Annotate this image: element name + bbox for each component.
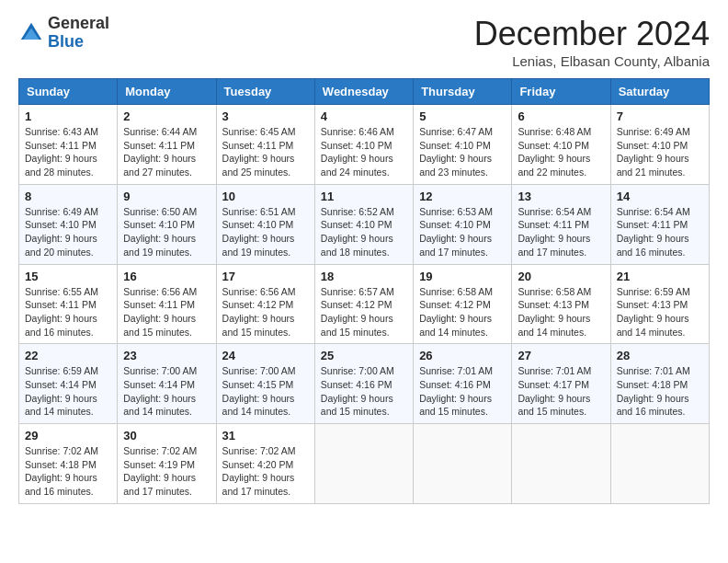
day-info: Sunrise: 6:47 AM Sunset: 4:10 PM Dayligh… — [419, 125, 506, 179]
calendar-cell: 22Sunrise: 6:59 AM Sunset: 4:14 PM Dayli… — [19, 344, 118, 424]
day-header-thursday: Thursday — [414, 79, 512, 105]
calendar-week-row: 8Sunrise: 6:49 AM Sunset: 4:10 PM Daylig… — [19, 184, 710, 264]
calendar-cell: 15Sunrise: 6:55 AM Sunset: 4:11 PM Dayli… — [19, 264, 118, 344]
day-number: 20 — [518, 270, 604, 283]
day-info: Sunrise: 7:02 AM Sunset: 4:20 PM Dayligh… — [222, 444, 309, 499]
day-number: 26 — [419, 349, 506, 362]
day-info: Sunrise: 6:46 AM Sunset: 4:10 PM Dayligh… — [321, 125, 407, 179]
day-header-monday: Monday — [118, 79, 216, 105]
day-number: 23 — [123, 349, 210, 362]
logo-icon — [18, 20, 44, 46]
calendar-table: SundayMondayTuesdayWednesdayThursdayFrid… — [18, 78, 710, 504]
calendar-cell: 9Sunrise: 6:50 AM Sunset: 4:10 PM Daylig… — [118, 184, 216, 264]
day-header-saturday: Saturday — [610, 79, 709, 105]
day-number: 25 — [321, 349, 407, 362]
day-number: 10 — [222, 190, 309, 203]
page-header: General Blue December 2024 Lenias, Elbas… — [18, 15, 710, 69]
calendar-cell: 10Sunrise: 6:51 AM Sunset: 4:10 PM Dayli… — [216, 184, 314, 264]
calendar-cell — [512, 424, 610, 504]
day-info: Sunrise: 6:48 AM Sunset: 4:10 PM Dayligh… — [518, 125, 604, 179]
day-header-tuesday: Tuesday — [216, 79, 314, 105]
day-info: Sunrise: 6:50 AM Sunset: 4:10 PM Dayligh… — [123, 205, 210, 259]
day-number: 21 — [617, 270, 703, 283]
day-info: Sunrise: 7:00 AM Sunset: 4:15 PM Dayligh… — [222, 364, 309, 419]
calendar-cell — [610, 424, 709, 504]
day-number: 2 — [123, 109, 210, 123]
day-number: 14 — [617, 190, 703, 203]
day-number: 22 — [25, 349, 111, 362]
day-info: Sunrise: 7:00 AM Sunset: 4:16 PM Dayligh… — [321, 364, 407, 419]
day-number: 5 — [419, 109, 506, 123]
calendar-cell: 19Sunrise: 6:58 AM Sunset: 4:12 PM Dayli… — [414, 264, 512, 344]
calendar-cell — [314, 424, 413, 504]
day-info: Sunrise: 7:01 AM Sunset: 4:18 PM Dayligh… — [617, 364, 703, 419]
calendar-week-row: 29Sunrise: 7:02 AM Sunset: 4:18 PM Dayli… — [19, 424, 710, 504]
calendar-cell: 20Sunrise: 6:58 AM Sunset: 4:13 PM Dayli… — [512, 264, 610, 344]
calendar-cell: 18Sunrise: 6:57 AM Sunset: 4:12 PM Dayli… — [314, 264, 413, 344]
calendar-cell: 1Sunrise: 6:43 AM Sunset: 4:11 PM Daylig… — [19, 105, 118, 185]
day-number: 17 — [222, 270, 309, 283]
day-number: 19 — [419, 270, 506, 283]
day-info: Sunrise: 6:57 AM Sunset: 4:12 PM Dayligh… — [321, 285, 407, 339]
day-info: Sunrise: 7:01 AM Sunset: 4:17 PM Dayligh… — [518, 364, 604, 419]
day-header-friday: Friday — [512, 79, 610, 105]
day-info: Sunrise: 6:58 AM Sunset: 4:13 PM Dayligh… — [518, 285, 604, 339]
calendar-cell: 29Sunrise: 7:02 AM Sunset: 4:18 PM Dayli… — [19, 424, 118, 504]
logo-text: General Blue — [48, 15, 109, 52]
calendar-cell: 16Sunrise: 6:56 AM Sunset: 4:11 PM Dayli… — [118, 264, 216, 344]
calendar-cell: 27Sunrise: 7:01 AM Sunset: 4:17 PM Dayli… — [512, 344, 610, 424]
day-number: 15 — [25, 270, 111, 283]
day-number: 28 — [617, 349, 703, 362]
day-number: 4 — [321, 109, 407, 123]
day-info: Sunrise: 6:51 AM Sunset: 4:10 PM Dayligh… — [222, 205, 309, 259]
logo: General Blue — [18, 15, 109, 52]
day-number: 30 — [123, 429, 210, 442]
calendar-cell: 11Sunrise: 6:52 AM Sunset: 4:10 PM Dayli… — [314, 184, 413, 264]
day-info: Sunrise: 6:54 AM Sunset: 4:11 PM Dayligh… — [617, 205, 703, 259]
day-info: Sunrise: 7:02 AM Sunset: 4:18 PM Dayligh… — [25, 444, 111, 499]
day-info: Sunrise: 6:56 AM Sunset: 4:11 PM Dayligh… — [123, 285, 210, 339]
calendar-cell: 17Sunrise: 6:56 AM Sunset: 4:12 PM Dayli… — [216, 264, 314, 344]
day-info: Sunrise: 7:00 AM Sunset: 4:14 PM Dayligh… — [123, 364, 210, 419]
calendar-cell: 8Sunrise: 6:49 AM Sunset: 4:10 PM Daylig… — [19, 184, 118, 264]
day-info: Sunrise: 7:01 AM Sunset: 4:16 PM Dayligh… — [419, 364, 506, 419]
calendar-cell: 30Sunrise: 7:02 AM Sunset: 4:19 PM Dayli… — [118, 424, 216, 504]
day-number: 6 — [518, 109, 604, 123]
calendar-cell: 24Sunrise: 7:00 AM Sunset: 4:15 PM Dayli… — [216, 344, 314, 424]
day-info: Sunrise: 6:43 AM Sunset: 4:11 PM Dayligh… — [25, 125, 111, 179]
day-number: 11 — [321, 190, 407, 203]
day-number: 16 — [123, 270, 210, 283]
day-number: 27 — [518, 349, 604, 362]
title-section: December 2024 Lenias, Elbasan County, Al… — [474, 15, 710, 69]
calendar-cell: 2Sunrise: 6:44 AM Sunset: 4:11 PM Daylig… — [118, 105, 216, 185]
day-number: 9 — [123, 190, 210, 203]
calendar-cell: 3Sunrise: 6:45 AM Sunset: 4:11 PM Daylig… — [216, 105, 314, 185]
day-info: Sunrise: 6:54 AM Sunset: 4:11 PM Dayligh… — [518, 205, 604, 259]
day-info: Sunrise: 6:58 AM Sunset: 4:12 PM Dayligh… — [419, 285, 506, 339]
calendar-cell: 28Sunrise: 7:01 AM Sunset: 4:18 PM Dayli… — [610, 344, 709, 424]
day-number: 13 — [518, 190, 604, 203]
day-info: Sunrise: 6:56 AM Sunset: 4:12 PM Dayligh… — [222, 285, 309, 339]
day-info: Sunrise: 6:53 AM Sunset: 4:10 PM Dayligh… — [419, 205, 506, 259]
calendar-cell: 5Sunrise: 6:47 AM Sunset: 4:10 PM Daylig… — [414, 105, 512, 185]
day-number: 8 — [25, 190, 111, 203]
day-number: 29 — [25, 429, 111, 442]
calendar-cell: 12Sunrise: 6:53 AM Sunset: 4:10 PM Dayli… — [414, 184, 512, 264]
calendar-cell: 31Sunrise: 7:02 AM Sunset: 4:20 PM Dayli… — [216, 424, 314, 504]
day-number: 1 — [25, 109, 111, 123]
calendar-cell: 6Sunrise: 6:48 AM Sunset: 4:10 PM Daylig… — [512, 105, 610, 185]
day-info: Sunrise: 6:49 AM Sunset: 4:10 PM Dayligh… — [25, 205, 111, 259]
calendar-cell: 4Sunrise: 6:46 AM Sunset: 4:10 PM Daylig… — [314, 105, 413, 185]
day-number: 12 — [419, 190, 506, 203]
day-info: Sunrise: 6:45 AM Sunset: 4:11 PM Dayligh… — [222, 125, 309, 179]
calendar-cell: 21Sunrise: 6:59 AM Sunset: 4:13 PM Dayli… — [610, 264, 709, 344]
calendar-cell: 7Sunrise: 6:49 AM Sunset: 4:10 PM Daylig… — [610, 105, 709, 185]
calendar-cell: 25Sunrise: 7:00 AM Sunset: 4:16 PM Dayli… — [314, 344, 413, 424]
calendar-cell: 23Sunrise: 7:00 AM Sunset: 4:14 PM Dayli… — [118, 344, 216, 424]
day-info: Sunrise: 6:44 AM Sunset: 4:11 PM Dayligh… — [123, 125, 210, 179]
calendar-cell — [414, 424, 512, 504]
calendar-week-row: 1Sunrise: 6:43 AM Sunset: 4:11 PM Daylig… — [19, 105, 710, 185]
day-info: Sunrise: 7:02 AM Sunset: 4:19 PM Dayligh… — [123, 444, 210, 499]
day-number: 3 — [222, 109, 309, 123]
day-info: Sunrise: 6:59 AM Sunset: 4:14 PM Dayligh… — [25, 364, 111, 419]
